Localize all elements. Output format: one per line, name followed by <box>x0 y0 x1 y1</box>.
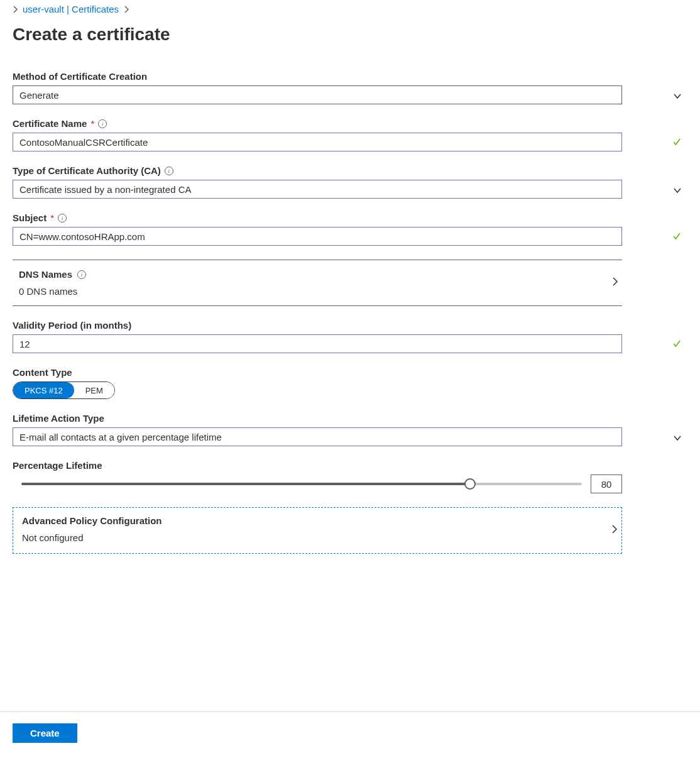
percentage-label: Percentage Lifetime <box>13 460 687 471</box>
ca-type-select[interactable]: Certificate issued by a non-integrated C… <box>13 180 622 199</box>
ca-type-value: Certificate issued by a non-integrated C… <box>19 184 191 195</box>
content-type-pkcs12[interactable]: PKCS #12 <box>13 382 74 398</box>
breadcrumb: user-vault | Certificates <box>13 4 687 14</box>
info-icon[interactable]: i <box>98 119 107 128</box>
name-label: Certificate Name * i <box>13 118 687 129</box>
info-icon[interactable]: i <box>58 214 67 222</box>
chevron-down-icon <box>674 433 681 441</box>
chevron-right-icon <box>13 6 18 13</box>
create-button[interactable]: Create <box>13 723 77 743</box>
validity-label: Validity Period (in months) <box>13 320 687 331</box>
dns-names-row[interactable]: DNS Names i 0 DNS names <box>13 260 622 306</box>
validity-value: 12 <box>19 339 30 349</box>
slider-thumb[interactable] <box>464 478 476 490</box>
name-input[interactable]: ContosoManualCSRCertificate <box>13 133 622 151</box>
content-type-toggle: PKCS #12 PEM <box>13 381 115 399</box>
chevron-right-icon <box>612 277 618 289</box>
lifetime-action-value: E-mail all contacts at a given percentag… <box>19 432 222 442</box>
content-type-pem[interactable]: PEM <box>74 382 114 398</box>
lifetime-action-select[interactable]: E-mail all contacts at a given percentag… <box>13 427 622 446</box>
percentage-slider[interactable] <box>21 476 582 491</box>
lifetime-action-label: Lifetime Action Type <box>13 413 687 424</box>
chevron-down-icon <box>674 185 681 193</box>
chevron-right-icon <box>611 524 618 537</box>
advanced-value: Not configured <box>22 532 613 543</box>
validity-input[interactable]: 12 <box>13 334 622 353</box>
dns-label: DNS Names <box>19 269 72 280</box>
subject-input[interactable]: CN=www.contosoHRApp.com <box>13 227 622 246</box>
advanced-label: Advanced Policy Configuration <box>22 515 613 526</box>
info-icon[interactable]: i <box>165 167 173 175</box>
chevron-down-icon <box>674 91 681 99</box>
required-indicator: * <box>90 118 94 129</box>
advanced-policy-row[interactable]: Advanced Policy Configuration Not config… <box>13 507 622 554</box>
breadcrumb-link[interactable]: user-vault | Certificates <box>23 4 119 14</box>
dns-value: 0 DNS names <box>19 286 622 297</box>
required-indicator: * <box>50 212 54 223</box>
subject-value: CN=www.contosoHRApp.com <box>19 231 145 242</box>
checkmark-icon <box>672 138 681 146</box>
subject-label: Subject * i <box>13 212 687 223</box>
content-type-label: Content Type <box>13 367 687 378</box>
chevron-right-icon <box>124 6 129 13</box>
page-title: Create a certificate <box>13 25 687 45</box>
checkmark-icon <box>672 232 681 241</box>
footer: Create <box>0 711 700 768</box>
info-icon[interactable]: i <box>77 270 86 279</box>
checkmark-icon <box>672 339 681 348</box>
percentage-input[interactable]: 80 <box>591 475 622 493</box>
name-value: ContosoManualCSRCertificate <box>19 137 148 148</box>
ca-type-label: Type of Certificate Authority (CA) i <box>13 165 687 176</box>
method-value: Generate <box>19 90 59 101</box>
method-label: Method of Certificate Creation <box>13 71 687 82</box>
method-select[interactable]: Generate <box>13 85 622 104</box>
